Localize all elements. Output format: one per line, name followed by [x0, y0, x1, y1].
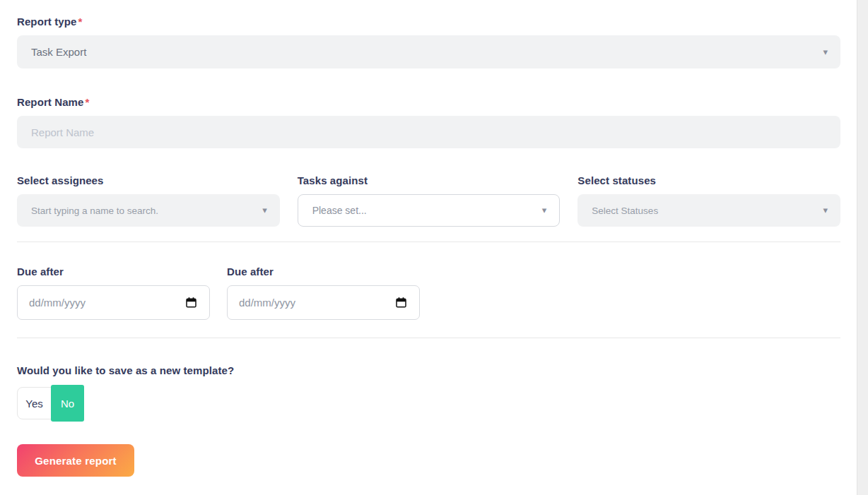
toggle-yes-button[interactable]: Yes — [17, 387, 52, 419]
date-placeholder: dd/mm/yyyy — [239, 297, 295, 309]
divider — [17, 241, 840, 242]
generate-report-button[interactable]: Generate report — [17, 444, 134, 477]
due-after-start-field: Due after dd/mm/yyyy — [17, 266, 210, 320]
assignees-select[interactable]: Start typing a name to search. ▾ — [17, 194, 280, 227]
filters-row: Select assignees Start typing a name to … — [17, 174, 840, 227]
due-after-end-input[interactable]: dd/mm/yyyy — [227, 285, 420, 320]
required-asterisk: * — [85, 96, 89, 108]
report-name-input[interactable] — [17, 116, 840, 148]
due-after-start-input[interactable]: dd/mm/yyyy — [17, 285, 210, 320]
statuses-select[interactable]: Select Statuses ▾ — [577, 194, 840, 227]
date-placeholder: dd/mm/yyyy — [29, 297, 86, 309]
assignees-placeholder: Start typing a name to search. — [31, 205, 158, 216]
report-type-value: Task Export — [31, 46, 86, 58]
divider — [17, 338, 840, 338]
due-after-end-field: Due after dd/mm/yyyy — [227, 266, 420, 320]
statuses-placeholder: Select Statuses — [592, 205, 658, 216]
chevron-down-icon: ▾ — [542, 205, 547, 215]
report-type-label: Report type* — [17, 16, 840, 28]
date-range-row: Due after dd/mm/yyyy Due after dd/mm/yyy… — [17, 266, 840, 320]
save-template-toggle: Yes No — [17, 385, 840, 422]
statuses-label: Select statuses — [577, 174, 840, 186]
calendar-icon[interactable] — [395, 297, 407, 309]
due-after-end-label: Due after — [227, 266, 420, 278]
chevron-down-icon: ▾ — [823, 205, 828, 215]
calendar-icon[interactable] — [185, 297, 197, 309]
assignees-label: Select assignees — [17, 174, 280, 186]
tasks-against-label: Tasks against — [298, 174, 561, 186]
save-template-question: Would you like to save as a new template… — [17, 364, 840, 376]
tasks-against-select[interactable]: Please set... ▾ — [298, 194, 561, 227]
scrollbar[interactable] — [857, 0, 868, 495]
required-asterisk: * — [78, 16, 82, 28]
tasks-against-placeholder: Please set... — [312, 205, 367, 216]
statuses-field: Select statuses Select Statuses ▾ — [577, 174, 840, 227]
toggle-no-button[interactable]: No — [51, 385, 84, 422]
assignees-field: Select assignees Start typing a name to … — [17, 174, 280, 227]
report-name-label: Report Name* — [17, 96, 840, 108]
chevron-down-icon: ▾ — [262, 205, 267, 215]
report-form: Report type* Task Export ▾ Report Name* … — [0, 0, 857, 477]
chevron-down-icon: ▾ — [823, 47, 828, 56]
due-after-start-label: Due after — [17, 266, 210, 278]
tasks-against-field: Tasks against Please set... ▾ — [298, 174, 561, 227]
report-type-select[interactable]: Task Export ▾ — [17, 35, 840, 68]
